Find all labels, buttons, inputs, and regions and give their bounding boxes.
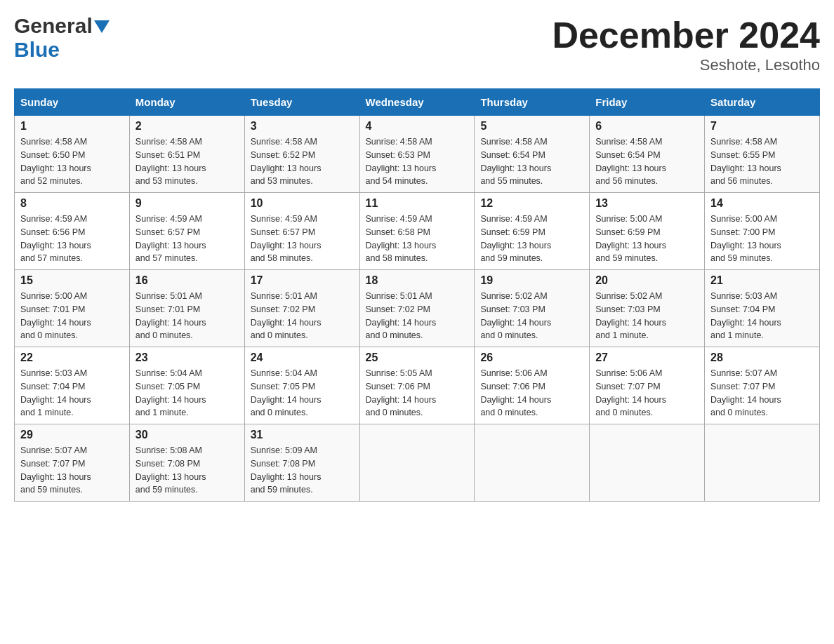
day-cell: 28Sunrise: 5:07 AMSunset: 7:07 PMDayligh… xyxy=(705,347,820,424)
day-cell: 25Sunrise: 5:05 AMSunset: 7:06 PMDayligh… xyxy=(359,347,475,424)
day-number: 3 xyxy=(251,120,354,133)
day-number: 19 xyxy=(480,274,583,287)
day-info: Sunrise: 5:04 AMSunset: 7:05 PMDaylight:… xyxy=(135,367,239,420)
day-number: 7 xyxy=(710,120,814,133)
day-cell: 29Sunrise: 5:07 AMSunset: 7:07 PMDayligh… xyxy=(15,424,130,502)
day-info: Sunrise: 5:06 AMSunset: 7:07 PMDaylight:… xyxy=(595,367,699,420)
day-number: 8 xyxy=(20,197,124,210)
day-info: Sunrise: 5:06 AMSunset: 7:06 PMDaylight:… xyxy=(480,367,583,420)
day-number: 25 xyxy=(366,351,469,364)
day-info: Sunrise: 4:58 AMSunset: 6:54 PMDaylight:… xyxy=(595,135,699,188)
day-number: 11 xyxy=(366,197,469,210)
day-info: Sunrise: 5:07 AMSunset: 7:07 PMDaylight:… xyxy=(710,367,814,420)
header-cell-thursday: Thursday xyxy=(475,89,590,116)
day-cell xyxy=(475,424,590,502)
day-cell: 3Sunrise: 4:58 AMSunset: 6:52 PMDaylight… xyxy=(244,116,359,193)
day-number: 15 xyxy=(20,274,124,287)
day-cell: 26Sunrise: 5:06 AMSunset: 7:06 PMDayligh… xyxy=(475,347,590,424)
day-cell: 16Sunrise: 5:01 AMSunset: 7:01 PMDayligh… xyxy=(129,270,244,347)
day-number: 5 xyxy=(480,120,583,133)
day-info: Sunrise: 5:04 AMSunset: 7:05 PMDaylight:… xyxy=(251,367,354,420)
day-info: Sunrise: 5:05 AMSunset: 7:06 PMDaylight:… xyxy=(366,367,469,420)
day-info: Sunrise: 4:58 AMSunset: 6:53 PMDaylight:… xyxy=(366,135,469,188)
day-number: 26 xyxy=(480,351,583,364)
day-info: Sunrise: 4:58 AMSunset: 6:50 PMDaylight:… xyxy=(20,135,124,188)
day-number: 16 xyxy=(135,274,239,287)
day-number: 14 xyxy=(710,197,814,210)
week-row-1: 1Sunrise: 4:58 AMSunset: 6:50 PMDaylight… xyxy=(15,116,820,193)
day-number: 9 xyxy=(135,197,239,210)
day-info: Sunrise: 5:01 AMSunset: 7:01 PMDaylight:… xyxy=(135,290,239,342)
day-info: Sunrise: 4:58 AMSunset: 6:51 PMDaylight:… xyxy=(135,135,239,188)
day-info: Sunrise: 4:58 AMSunset: 6:55 PMDaylight:… xyxy=(710,135,814,188)
day-cell: 1Sunrise: 4:58 AMSunset: 6:50 PMDaylight… xyxy=(15,116,130,193)
day-info: Sunrise: 5:09 AMSunset: 7:08 PMDaylight:… xyxy=(251,444,354,497)
day-number: 1 xyxy=(20,120,124,133)
day-info: Sunrise: 5:07 AMSunset: 7:07 PMDaylight:… xyxy=(20,444,124,497)
day-info: Sunrise: 5:00 AMSunset: 7:01 PMDaylight:… xyxy=(20,290,124,342)
day-cell: 14Sunrise: 5:00 AMSunset: 7:00 PMDayligh… xyxy=(705,193,820,270)
month-title: December 2024 xyxy=(552,14,820,56)
day-info: Sunrise: 5:03 AMSunset: 7:04 PMDaylight:… xyxy=(710,290,814,342)
day-cell: 6Sunrise: 4:58 AMSunset: 6:54 PMDaylight… xyxy=(590,116,705,193)
week-row-2: 8Sunrise: 4:59 AMSunset: 6:56 PMDaylight… xyxy=(15,193,820,270)
day-cell: 12Sunrise: 4:59 AMSunset: 6:59 PMDayligh… xyxy=(475,193,590,270)
day-info: Sunrise: 4:59 AMSunset: 6:59 PMDaylight:… xyxy=(480,213,583,265)
logo-triangle-icon xyxy=(94,20,110,33)
day-cell: 9Sunrise: 4:59 AMSunset: 6:57 PMDaylight… xyxy=(129,193,244,270)
svg-marker-0 xyxy=(94,20,110,33)
day-cell: 24Sunrise: 5:04 AMSunset: 7:05 PMDayligh… xyxy=(244,347,359,424)
day-cell: 20Sunrise: 5:02 AMSunset: 7:03 PMDayligh… xyxy=(590,270,705,347)
day-cell: 31Sunrise: 5:09 AMSunset: 7:08 PMDayligh… xyxy=(244,424,359,502)
day-number: 23 xyxy=(135,351,239,364)
day-number: 12 xyxy=(480,197,583,210)
location-text: Seshote, Lesotho xyxy=(552,56,820,74)
day-info: Sunrise: 4:59 AMSunset: 6:58 PMDaylight:… xyxy=(366,213,469,265)
day-number: 24 xyxy=(251,351,354,364)
day-number: 6 xyxy=(595,120,699,133)
day-number: 4 xyxy=(366,120,469,133)
calendar-body: 1Sunrise: 4:58 AMSunset: 6:50 PMDaylight… xyxy=(15,116,820,502)
day-number: 13 xyxy=(595,197,699,210)
day-cell: 15Sunrise: 5:00 AMSunset: 7:01 PMDayligh… xyxy=(15,270,130,347)
day-info: Sunrise: 4:59 AMSunset: 6:56 PMDaylight:… xyxy=(20,213,124,265)
day-number: 2 xyxy=(135,120,239,133)
day-cell: 21Sunrise: 5:03 AMSunset: 7:04 PMDayligh… xyxy=(705,270,820,347)
logo-blue-text: Blue xyxy=(14,38,60,61)
day-cell xyxy=(705,424,820,502)
day-cell: 7Sunrise: 4:58 AMSunset: 6:55 PMDaylight… xyxy=(705,116,820,193)
day-info: Sunrise: 5:02 AMSunset: 7:03 PMDaylight:… xyxy=(595,290,699,342)
day-cell: 13Sunrise: 5:00 AMSunset: 6:59 PMDayligh… xyxy=(590,193,705,270)
day-info: Sunrise: 4:58 AMSunset: 6:54 PMDaylight:… xyxy=(480,135,583,188)
calendar-table: SundayMondayTuesdayWednesdayThursdayFrid… xyxy=(14,88,820,502)
header-cell-saturday: Saturday xyxy=(705,89,820,116)
header-cell-sunday: Sunday xyxy=(15,89,130,116)
day-number: 18 xyxy=(366,274,469,287)
week-row-4: 22Sunrise: 5:03 AMSunset: 7:04 PMDayligh… xyxy=(15,347,820,424)
day-info: Sunrise: 5:00 AMSunset: 6:59 PMDaylight:… xyxy=(595,213,699,265)
day-cell: 10Sunrise: 4:59 AMSunset: 6:57 PMDayligh… xyxy=(244,193,359,270)
week-row-3: 15Sunrise: 5:00 AMSunset: 7:01 PMDayligh… xyxy=(15,270,820,347)
day-number: 31 xyxy=(251,429,354,441)
header-cell-monday: Monday xyxy=(129,89,244,116)
day-cell: 19Sunrise: 5:02 AMSunset: 7:03 PMDayligh… xyxy=(475,270,590,347)
day-info: Sunrise: 5:00 AMSunset: 7:00 PMDaylight:… xyxy=(710,213,814,265)
day-number: 17 xyxy=(251,274,354,287)
day-number: 27 xyxy=(595,351,699,364)
day-number: 22 xyxy=(20,351,124,364)
day-info: Sunrise: 5:01 AMSunset: 7:02 PMDaylight:… xyxy=(251,290,354,342)
day-number: 29 xyxy=(20,429,124,441)
day-info: Sunrise: 5:08 AMSunset: 7:08 PMDaylight:… xyxy=(135,444,239,497)
day-info: Sunrise: 5:01 AMSunset: 7:02 PMDaylight:… xyxy=(366,290,469,342)
day-cell: 8Sunrise: 4:59 AMSunset: 6:56 PMDaylight… xyxy=(15,193,130,270)
day-cell: 2Sunrise: 4:58 AMSunset: 6:51 PMDaylight… xyxy=(129,116,244,193)
day-cell: 30Sunrise: 5:08 AMSunset: 7:08 PMDayligh… xyxy=(129,424,244,502)
day-cell: 17Sunrise: 5:01 AMSunset: 7:02 PMDayligh… xyxy=(244,270,359,347)
day-cell xyxy=(359,424,475,502)
logo-general-text: General xyxy=(14,14,93,38)
day-info: Sunrise: 4:59 AMSunset: 6:57 PMDaylight:… xyxy=(135,213,239,265)
day-cell: 27Sunrise: 5:06 AMSunset: 7:07 PMDayligh… xyxy=(590,347,705,424)
day-cell: 22Sunrise: 5:03 AMSunset: 7:04 PMDayligh… xyxy=(15,347,130,424)
page-header: General Blue December 2024 Seshote, Leso… xyxy=(14,14,820,74)
day-info: Sunrise: 5:02 AMSunset: 7:03 PMDaylight:… xyxy=(480,290,583,342)
